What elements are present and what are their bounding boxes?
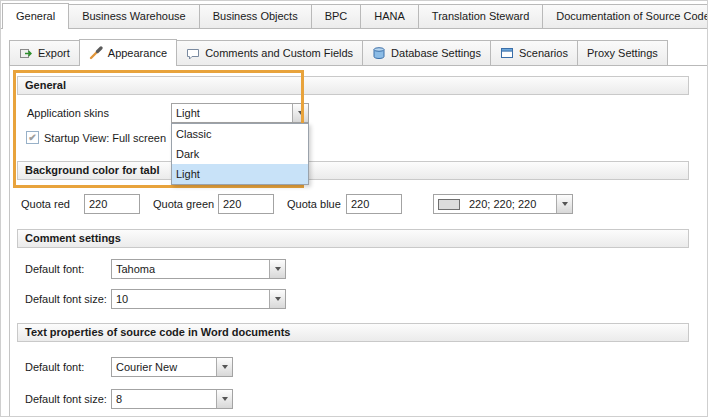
appearance-icon (89, 46, 103, 60)
combo-value: Tahoma (112, 263, 269, 275)
chevron-down-icon[interactable] (216, 358, 232, 376)
category-tab-strip: General Business Warehouse Business Obje… (1, 3, 707, 29)
chevron-down-icon[interactable] (216, 390, 232, 408)
tab-label: Comments and Custom Fields (205, 47, 353, 59)
section-header-background-color: Background color for tabl (17, 161, 689, 180)
export-icon (19, 46, 33, 60)
combo-value: Light (172, 107, 292, 119)
tab-label: Proxy Settings (587, 47, 658, 59)
combo-value: 220; 220; 220 (465, 198, 556, 210)
chevron-down-icon[interactable] (292, 104, 308, 122)
word-default-font-size-label: Default font size: (25, 393, 107, 405)
tab-label: Scenarios (519, 47, 568, 59)
quota-blue-input[interactable] (346, 194, 402, 214)
chevron-down-icon[interactable] (556, 195, 572, 213)
settings-tab-strip: Export Appearance Comments and Custom Fi… (9, 39, 707, 66)
tab-general[interactable]: General (2, 3, 69, 29)
startup-fullscreen-checkbox[interactable]: ✔ (26, 131, 39, 144)
section-header-general: General (17, 76, 689, 95)
quota-green-input[interactable] (218, 194, 274, 214)
quota-blue-label: Quota blue (287, 198, 341, 210)
comment-default-font-select[interactable]: Tahoma (111, 259, 286, 279)
tab-proxy-settings[interactable]: Proxy Settings (577, 40, 668, 65)
quota-green-label: Quota green (153, 198, 214, 210)
tab-database-settings[interactable]: Database Settings (362, 40, 491, 65)
application-skins-label: Application skins (27, 107, 109, 119)
tab-label: Appearance (108, 47, 167, 59)
combo-value: 10 (112, 293, 269, 305)
tab-label: Database Settings (391, 47, 481, 59)
tab-business-warehouse[interactable]: Business Warehouse (68, 4, 200, 28)
startup-fullscreen-label: Startup View: Full screen (44, 132, 166, 144)
tab-comments-and-custom-fields[interactable]: Comments and Custom Fields (176, 40, 363, 65)
quota-red-label: Quota red (21, 198, 70, 210)
chevron-down-icon[interactable] (269, 290, 285, 308)
rgb-color-select[interactable]: 220; 220; 220 (433, 194, 573, 214)
color-swatch (438, 199, 460, 210)
section-header-word-text-properties: Text properties of source code in Word d… (17, 323, 689, 342)
application-skins-select[interactable]: Light (171, 103, 309, 123)
skins-dropdown-popup: Classic Dark Light (171, 123, 309, 185)
quota-red-input[interactable] (84, 194, 140, 214)
section-header-comment-settings: Comment settings (17, 229, 689, 248)
word-default-font-size-select[interactable]: 8 (111, 389, 233, 409)
dropdown-option-dark[interactable]: Dark (172, 144, 308, 164)
tab-export[interactable]: Export (9, 40, 80, 65)
tab-translation-steward[interactable]: Translation Steward (418, 4, 543, 28)
tab-hana[interactable]: HANA (360, 4, 419, 28)
database-icon (372, 46, 386, 60)
comment-default-font-label: Default font: (25, 263, 84, 275)
tab-scenarios[interactable]: Scenarios (490, 40, 578, 65)
tab-appearance[interactable]: Appearance (79, 39, 177, 66)
tab-bpc[interactable]: BPC (311, 4, 362, 28)
chevron-down-icon[interactable] (269, 260, 285, 278)
combo-value: 8 (112, 393, 216, 405)
scenarios-icon (500, 46, 514, 60)
dropdown-option-classic[interactable]: Classic (172, 124, 308, 144)
word-default-font-select[interactable]: Courier New (111, 357, 233, 377)
comment-default-font-size-select[interactable]: 10 (111, 289, 286, 309)
settings-window: General Business Warehouse Business Obje… (0, 0, 708, 417)
dropdown-option-light[interactable]: Light (172, 164, 308, 184)
combo-value: Courier New (112, 361, 216, 373)
word-default-font-label: Default font: (25, 361, 84, 373)
tab-business-objects[interactable]: Business Objects (199, 4, 312, 28)
tab-label: Export (38, 47, 70, 59)
comment-icon (186, 46, 200, 60)
tab-documentation-of-source-code[interactable]: Documentation of Source Code (542, 4, 708, 28)
comment-default-font-size-label: Default font size: (25, 293, 107, 305)
